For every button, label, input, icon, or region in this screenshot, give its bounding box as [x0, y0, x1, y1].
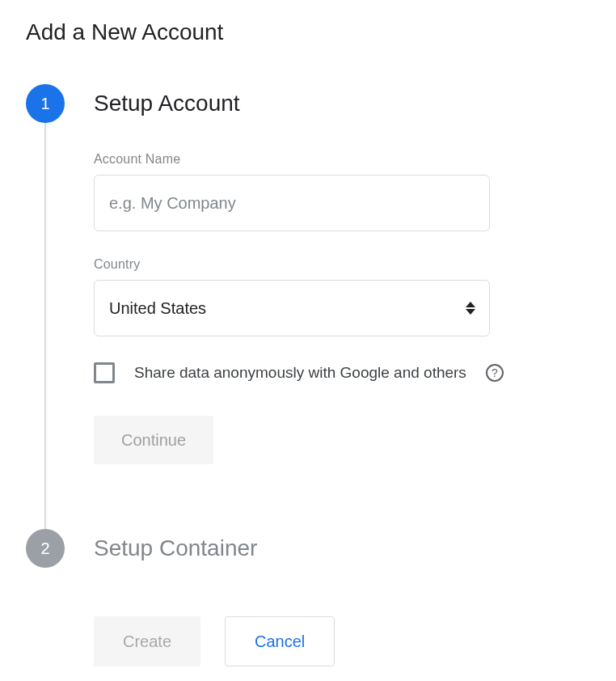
page-title: Add a New Account: [26, 19, 590, 45]
account-name-input[interactable]: [94, 175, 490, 231]
footer-buttons: Create Cancel: [94, 616, 590, 666]
account-name-label: Account Name: [94, 152, 590, 167]
step-2-circle: 2: [26, 529, 65, 568]
step-2-title: Setup Container: [94, 535, 257, 561]
share-data-checkbox[interactable]: [94, 362, 115, 383]
step-1-header: 1 Setup Account: [94, 84, 590, 123]
country-select[interactable]: United States: [94, 280, 490, 336]
create-button[interactable]: Create: [94, 616, 200, 666]
account-name-group: Account Name: [94, 152, 590, 231]
step-2: 2 Setup Container: [26, 529, 590, 568]
stepper: 1 Setup Account Account Name Country Uni…: [26, 84, 590, 568]
step-1-body: Account Name Country United States S: [94, 152, 590, 497]
step-connector: [44, 123, 46, 535]
step-1: 1 Setup Account Account Name Country Uni…: [26, 84, 590, 497]
step-1-circle: 1: [26, 84, 65, 123]
step-2-header: 2 Setup Container: [94, 529, 590, 568]
share-data-row: Share data anonymously with Google and o…: [94, 362, 590, 383]
country-label: Country: [94, 257, 590, 272]
country-select-wrapper: United States: [94, 280, 490, 336]
continue-button[interactable]: Continue: [94, 416, 213, 464]
cancel-button[interactable]: Cancel: [225, 616, 335, 666]
step-1-title: Setup Account: [94, 91, 240, 116]
country-group: Country United States: [94, 257, 590, 336]
help-icon[interactable]: ?: [486, 364, 504, 382]
share-data-label: Share data anonymously with Google and o…: [134, 364, 466, 382]
